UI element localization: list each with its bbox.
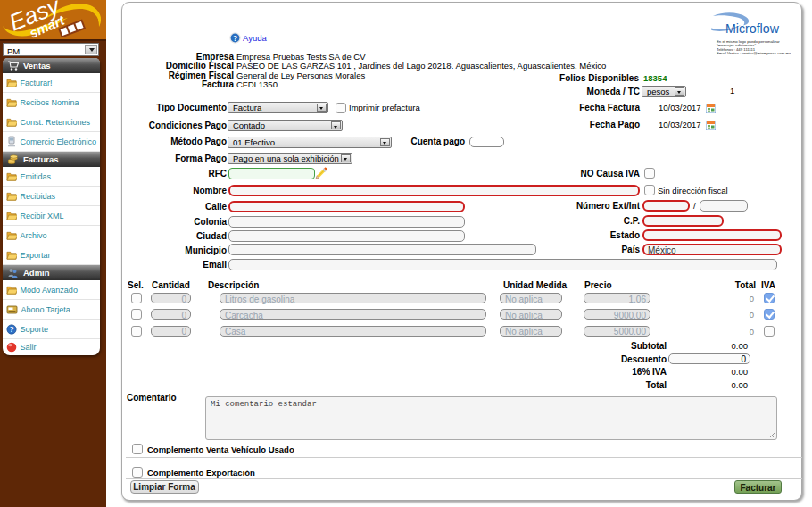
svg-text:?: ? xyxy=(9,325,13,334)
svg-text:Microflow: Microflow xyxy=(725,21,780,36)
svg-text:?: ? xyxy=(233,34,237,43)
